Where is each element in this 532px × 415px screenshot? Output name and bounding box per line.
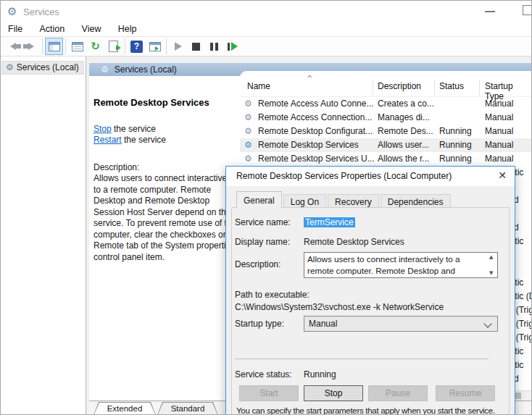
menu-item-action[interactable]: Action: [33, 22, 72, 35]
cell-description: Remote Des...: [378, 125, 437, 138]
startup-type-value: Manual: [309, 319, 337, 329]
toolbar-separator: [65, 38, 66, 54]
stop-suffix-text: the service: [112, 124, 156, 134]
window-minimize-button[interactable]: [485, 11, 495, 12]
cell-startup-type: Manual: [485, 97, 532, 111]
dialog-close-button[interactable]: ✕: [498, 169, 507, 181]
cell-status: [439, 97, 483, 111]
tree-gear-icon: ⚙: [6, 62, 14, 72]
show-console-tree-button[interactable]: [45, 38, 63, 55]
service-status-value: Running: [304, 369, 336, 380]
export-list-button[interactable]: [104, 38, 122, 55]
window-titlebar: ⚙ Services: [1, 1, 531, 22]
service-gear-icon: ⚙: [244, 138, 256, 152]
scroll-up-icon[interactable]: ▲: [489, 254, 493, 260]
cell-name: Remote Access Auto Conne...: [258, 97, 374, 111]
column-header-name[interactable]: Name: [247, 81, 270, 91]
stop-button[interactable]: Stop: [304, 385, 363, 401]
show-action-pane-button[interactable]: [146, 38, 164, 55]
textarea-scrollbar[interactable]: ▲ ▼: [488, 253, 496, 277]
dialog-tab-general[interactable]: General: [236, 191, 282, 208]
menu-item-help[interactable]: Help: [111, 22, 144, 35]
properties-button[interactable]: [68, 38, 86, 55]
properties-icon: [72, 42, 83, 51]
tree-item-services-local[interactable]: ⚙Services (Local): [1, 61, 84, 75]
display-name-label: Display name:: [235, 237, 290, 247]
sort-ascending-icon: ^: [307, 75, 312, 83]
dialog-titlebar: Remote Desktop Services Properties (Loca…: [226, 167, 515, 186]
stop-icon: [192, 43, 200, 51]
toolbar-separator: [166, 38, 167, 54]
menu-bar: File Action View Help: [1, 22, 531, 36]
tree-item-label: Services (Local): [17, 62, 79, 72]
menu-item-file[interactable]: File: [1, 22, 30, 35]
restart-service-link[interactable]: Restart: [93, 135, 122, 145]
services-window: ⚙ Services File Action View Help ↻ ? ⚙Se…: [0, 0, 532, 415]
restart-service-button[interactable]: [223, 38, 241, 55]
startup-type-label: Startup type:: [235, 319, 284, 329]
table-row[interactable]: ⚙Remote Access Connection...Manages di..…: [240, 111, 532, 125]
cell-startup-type: Manual: [485, 125, 532, 138]
cell-status: Running: [439, 125, 483, 138]
forward-arrow-icon: [28, 43, 34, 50]
refresh-button[interactable]: ↻: [86, 38, 104, 55]
restart-suffix-text: the service: [122, 135, 166, 145]
service-gear-icon: ⚙: [244, 97, 256, 111]
display-name-value[interactable]: Remote Desktop Services: [304, 237, 404, 247]
column-divider[interactable]: [434, 80, 435, 96]
description-textarea[interactable]: Allows users to connect interactively to…: [304, 252, 498, 278]
selected-service-title: Remote Desktop Services: [93, 97, 209, 108]
cell-description: Allows the r...: [378, 152, 437, 166]
path-to-executable-label: Path to executable:: [235, 290, 309, 300]
column-header-description[interactable]: Description: [378, 81, 421, 91]
path-to-executable-value: C:\Windows\System32\svchost.exe -k Netwo…: [235, 302, 444, 312]
table-row[interactable]: ⚙Remote Desktop Configurat...Remote Des.…: [240, 125, 532, 138]
forward-button[interactable]: [22, 38, 40, 55]
tab-standard[interactable]: Standard: [157, 402, 218, 415]
pause-button[interactable]: Pause: [368, 385, 428, 401]
dialog-tab-strip: GeneralLog OnRecoveryDependencies: [236, 191, 452, 207]
table-row[interactable]: ⚙Remote Access Auto Conne...Creates a co…: [240, 97, 532, 111]
resume-button[interactable]: Resume: [436, 385, 495, 401]
start-button[interactable]: Start: [239, 385, 299, 401]
extended-view-panel: Remote Desktop Services Stop the service…: [89, 76, 240, 401]
description-textarea-text: Allows users to connect interactively to…: [307, 253, 486, 278]
tab-extended[interactable]: Extended: [93, 402, 156, 415]
column-divider[interactable]: [479, 80, 480, 96]
table-row[interactable]: ⚙Remote Desktop Services U...Allows the …: [240, 152, 532, 166]
description-text: Allows users to connect interactively to…: [93, 173, 243, 263]
cell-name: Remote Desktop Services: [258, 138, 374, 152]
scroll-down-icon[interactable]: ▼: [489, 270, 493, 276]
table-row[interactable]: ⚙Remote Desktop ServicesAllows user...Ru…: [240, 138, 532, 152]
service-name-value[interactable]: TermService: [304, 217, 355, 227]
pause-service-button[interactable]: [205, 38, 223, 55]
startup-type-select[interactable]: Manual: [304, 316, 498, 332]
stop-service-link[interactable]: Stop: [93, 124, 112, 134]
window-maximize-button[interactable]: [523, 5, 532, 15]
cell-description: Allows user...: [378, 138, 437, 152]
column-header-status[interactable]: Status: [439, 81, 464, 91]
pane-header-gear-icon: ⚙: [101, 64, 109, 75]
restart-icon: [228, 42, 238, 51]
back-button[interactable]: [4, 38, 22, 55]
app-gear-icon: ⚙: [7, 5, 17, 18]
description-field-label: Description:: [235, 259, 280, 269]
list-header: Name ^ Description Status Startup Type: [240, 76, 532, 97]
column-divider[interactable]: [373, 80, 373, 96]
service-gear-icon: ⚙: [244, 111, 256, 125]
service-name-label: Service name:: [235, 217, 291, 227]
toolbar-separator: [42, 38, 43, 54]
menu-item-view[interactable]: View: [75, 22, 109, 35]
help-icon: ?: [130, 41, 143, 53]
console-tree-pane: ⚙Services (Local): [1, 56, 86, 415]
stop-service-button[interactable]: [187, 38, 205, 55]
service-gear-icon: ⚙: [244, 125, 256, 138]
description-label: Description:: [93, 162, 139, 172]
dialog-title: Remote Desktop Services Properties (Loca…: [236, 171, 452, 181]
service-status-label: Service status:: [235, 369, 292, 380]
cell-name: Remote Desktop Configurat...: [258, 125, 374, 138]
back-arrow-icon: [10, 43, 16, 50]
start-service-button[interactable]: [169, 38, 187, 55]
refresh-icon: ↻: [91, 41, 100, 52]
help-button[interactable]: ?: [128, 38, 146, 55]
